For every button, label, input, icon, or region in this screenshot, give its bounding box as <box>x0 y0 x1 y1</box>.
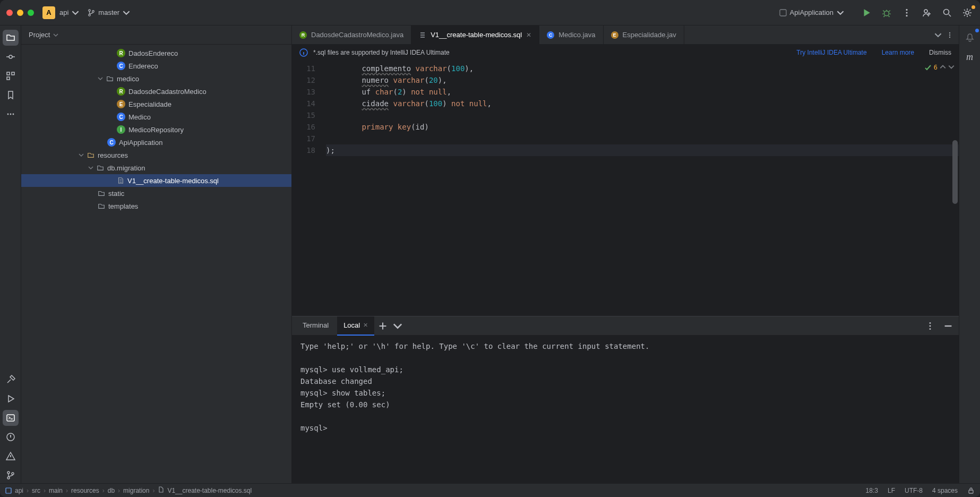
tree-item[interactable]: IMedicoRepository <box>21 123 291 136</box>
code-line[interactable]: primary key(id) <box>326 121 959 133</box>
file-encoding[interactable]: UTF-8 <box>905 487 923 494</box>
project-tool-button[interactable] <box>3 30 19 46</box>
code-line[interactable]: numero varchar(20), <box>326 74 959 86</box>
tree-item[interactable]: medico <box>21 72 291 85</box>
breadcrumb-item[interactable]: db <box>108 487 115 494</box>
problems-indicator[interactable]: 6 <box>924 64 938 71</box>
code-line[interactable] <box>326 133 959 144</box>
problems-tool-button[interactable] <box>3 429 19 445</box>
close-tab-button[interactable]: ✕ <box>526 31 531 39</box>
notifications-button[interactable] <box>962 30 978 46</box>
structure-tool-button[interactable] <box>3 68 19 84</box>
line-separator[interactable]: LF <box>888 487 895 494</box>
editor-tab[interactable]: V1__create-table-medicos.sql✕ <box>411 25 539 44</box>
tree-item[interactable]: RDadosdeCadastroMedico <box>21 85 291 98</box>
svg-point-25 <box>949 36 950 37</box>
tree-item[interactable]: CEndereco <box>21 59 291 72</box>
terminal-output[interactable]: Type 'help;' or '\h' for help. Type '\c'… <box>292 336 959 483</box>
maven-icon: m <box>966 52 973 63</box>
chevron-right-icon: › <box>118 487 120 494</box>
run-config-selector[interactable]: ApiApplication <box>779 8 844 16</box>
terminal-line: mysql> <box>300 424 950 435</box>
chevron-down-icon[interactable] <box>934 31 942 39</box>
editor-scrollbar[interactable] <box>952 140 958 204</box>
tree-item[interactable]: RDadosEndereco <box>21 47 291 59</box>
breadcrumb-item[interactable]: src <box>32 487 40 494</box>
build-tool-button[interactable] <box>3 372 19 388</box>
tree-item[interactable]: resources <box>21 149 291 161</box>
terminal-options-button[interactable] <box>924 320 936 332</box>
chevron-up-icon[interactable] <box>940 64 946 70</box>
indent-setting[interactable]: 4 spaces <box>932 487 958 494</box>
left-tool-strip <box>0 25 21 483</box>
chevron-down-icon <box>79 152 84 158</box>
terminal-tool-button[interactable] <box>3 410 19 426</box>
caret-position[interactable]: 18:3 <box>866 487 878 494</box>
problem-nav <box>940 64 955 70</box>
breadcrumb-item[interactable]: migration <box>123 487 149 494</box>
gutter-line-number: 17 <box>292 133 315 144</box>
more-run-button[interactable] <box>900 6 913 19</box>
project-tree[interactable]: RDadosEnderecoCEnderecomedicoRDadosdeCad… <box>21 45 291 483</box>
vcs-branch[interactable]: master <box>88 8 130 16</box>
chevron-down-icon[interactable] <box>948 64 955 70</box>
notification-dot-icon <box>975 29 979 32</box>
search-everywhere-button[interactable] <box>941 6 953 19</box>
code-line[interactable] <box>326 109 959 121</box>
learn-more-link[interactable]: Learn more <box>882 49 914 56</box>
tree-item[interactable]: CMedico <box>21 110 291 123</box>
search-icon <box>942 8 952 18</box>
close-terminal-session-button[interactable]: ✕ <box>363 322 368 329</box>
commit-tool-button[interactable] <box>3 49 19 65</box>
tree-item[interactable]: CApiApplication <box>21 136 291 149</box>
bookmarks-tool-button[interactable] <box>3 87 19 103</box>
tree-item[interactable]: V1__create-table-medicos.sql <box>21 174 291 187</box>
warnings-tool-button[interactable] <box>3 448 19 464</box>
code-line[interactable]: uf char(2) not null, <box>326 86 959 98</box>
debug-button[interactable] <box>880 6 893 19</box>
project-menu[interactable]: api <box>59 8 79 16</box>
breadcrumb-item[interactable]: main <box>49 487 63 494</box>
editor-tab-label: DadosdeCadastroMedico.java <box>311 31 403 39</box>
tree-item[interactable]: EEspecialidade <box>21 98 291 110</box>
zoom-window-button[interactable] <box>28 10 34 16</box>
services-tool-button[interactable] <box>3 391 19 407</box>
tree-item[interactable]: db.migration <box>21 161 291 174</box>
hide-terminal-button[interactable] <box>942 320 955 332</box>
banner-message: *.sql files are supported by IntelliJ ID… <box>313 49 450 56</box>
vcs-tool-button[interactable] <box>3 467 19 483</box>
editor-tab[interactable]: RDadosdeCadastroMedico.java <box>292 25 411 44</box>
breadcrumb-item[interactable]: V1__create-table-medicos.sql <box>167 487 252 494</box>
minimize-window-button[interactable] <box>17 10 23 16</box>
editor-code[interactable]: complemento varchar(100), numero varchar… <box>322 61 959 316</box>
run-button[interactable] <box>860 6 873 19</box>
settings-button[interactable] <box>961 6 974 19</box>
project-sidebar-header[interactable]: Project <box>21 25 291 45</box>
dismiss-banner-link[interactable]: Dismiss <box>929 49 951 56</box>
breadcrumb-item[interactable]: resources <box>71 487 99 494</box>
code-with-me-button[interactable] <box>921 6 933 19</box>
terminal-tab[interactable]: Terminal <box>296 316 335 336</box>
readonly-toggle-icon[interactable] <box>967 487 975 494</box>
kebab-icon[interactable] <box>946 31 953 39</box>
terminal-session-tab[interactable]: Local ✕ <box>337 316 374 336</box>
tree-item[interactable]: static <box>21 187 291 200</box>
structure-icon <box>6 71 15 81</box>
svg-point-23 <box>949 32 950 33</box>
breadcrumbs[interactable]: api›src›main›resources›db›migration›V1__… <box>5 486 252 494</box>
code-line[interactable]: ); <box>326 144 959 156</box>
tree-item[interactable]: templates <box>21 200 291 212</box>
code-line[interactable]: complemento varchar(100), <box>326 63 959 74</box>
breadcrumb-item[interactable]: api <box>15 487 23 494</box>
editor-tab[interactable]: CMedico.java <box>539 25 603 44</box>
terminal-dropdown-button[interactable] <box>391 320 404 332</box>
editor-tab[interactable]: EEspecialidade.jav <box>604 25 684 44</box>
code-line[interactable]: cidade varchar(100) not null, <box>326 98 959 109</box>
new-terminal-session-button[interactable] <box>376 320 389 332</box>
close-window-button[interactable] <box>6 10 13 16</box>
code-editor[interactable]: 1112131415161718 complemento varchar(100… <box>292 61 959 316</box>
maven-tool-button[interactable]: m <box>962 49 978 65</box>
run-config-name: ApiApplication <box>790 8 833 16</box>
try-ultimate-link[interactable]: Try IntelliJ IDEA Ultimate <box>796 49 866 56</box>
more-tools-button[interactable] <box>3 106 19 122</box>
